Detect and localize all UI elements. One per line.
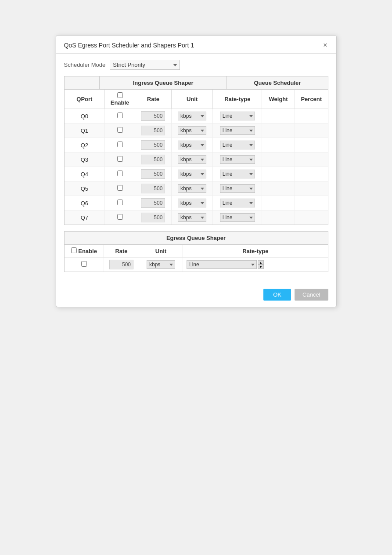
ingress-row: Q0 kbps Mbps Line Data (65, 109, 328, 123)
ratetype-select-5[interactable]: Line Data (220, 184, 255, 193)
weight-cell-5 (262, 181, 295, 196)
scheduler-mode-row: Scheduler Mode Strict Priority Weighted (64, 60, 328, 70)
egress-spinner-down[interactable]: ▼ (258, 265, 264, 269)
dialog-body: Scheduler Mode Strict Priority Weighted … (56, 54, 336, 284)
enable-all-checkbox[interactable] (117, 92, 123, 98)
col-qport: QPort (65, 90, 105, 109)
dialog-header: QoS Egress Port Scheduler and Shapers Po… (56, 36, 336, 54)
enable-checkbox-6[interactable] (117, 200, 123, 205)
ratetype-select-2[interactable]: Line Data (220, 141, 255, 149)
rate-input-0[interactable] (141, 111, 165, 121)
ingress-empty-header (65, 76, 100, 90)
unit-cell-6: kbps Mbps (171, 196, 213, 210)
ratetype-select-4[interactable]: Line Data (220, 170, 255, 178)
unit-select-2[interactable]: kbps Mbps (178, 141, 206, 149)
enable-cell-7 (105, 210, 135, 225)
egress-enable-checkbox[interactable] (81, 261, 87, 267)
rate-cell-6 (135, 196, 171, 210)
ratetype-select-3[interactable]: Line Data (220, 155, 255, 164)
ingress-row: Q3 kbps Mbps Line Data (65, 152, 328, 167)
enable-checkbox-0[interactable] (117, 112, 123, 118)
queue-scheduler-header: Queue Scheduler (227, 76, 328, 90)
unit-cell-5: kbps Mbps (171, 181, 213, 196)
qport-cell-0: Q0 (65, 109, 105, 123)
qport-cell-1: Q1 (65, 123, 105, 138)
unit-cell-0: kbps Mbps (171, 109, 213, 123)
ratetype-select-1[interactable]: Line Data (220, 126, 255, 135)
enable-cell-6 (105, 196, 135, 210)
ratetype-select-7[interactable]: Line Data (220, 213, 255, 222)
percent-cell-4 (295, 167, 328, 181)
ratetype-select-6[interactable]: Line Data (220, 199, 255, 207)
dialog-footer: OK Cancel (56, 284, 336, 307)
rate-input-1[interactable] (141, 126, 165, 135)
rate-cell-5 (135, 181, 171, 196)
rate-cell-7 (135, 210, 171, 225)
rate-cell-1 (135, 123, 171, 138)
enable-cell-3 (105, 152, 135, 167)
egress-section: Egress Queue Shaper Enable Rate Unit Rat… (64, 231, 328, 272)
rate-input-7[interactable] (141, 213, 165, 222)
unit-cell-3: kbps Mbps (171, 152, 213, 167)
rate-input-3[interactable] (141, 155, 165, 164)
ratetype-select-0[interactable]: Line Data (220, 112, 255, 120)
qport-cell-2: Q2 (65, 138, 105, 152)
col-weight: Weight (262, 90, 295, 109)
ingress-main-table: QPort Enable Rate Unit Rate-type Weight … (65, 90, 328, 225)
enable-cell-0 (105, 109, 135, 123)
enable-checkbox-7[interactable] (117, 214, 123, 220)
egress-rate-input[interactable] (109, 260, 133, 269)
qport-cell-3: Q3 (65, 152, 105, 167)
egress-spinner-up[interactable]: ▲ (258, 260, 264, 265)
enable-cell-5 (105, 181, 135, 196)
col-enable: Enable (105, 90, 135, 109)
rate-input-2[interactable] (141, 140, 165, 150)
percent-cell-2 (295, 138, 328, 152)
qport-cell-7: Q7 (65, 210, 105, 225)
egress-ratetype-select[interactable]: Line Data (187, 260, 257, 269)
qport-cell-4: Q4 (65, 167, 105, 181)
enable-checkbox-4[interactable] (117, 170, 123, 176)
egress-col-rate-type: Rate-type (183, 245, 328, 258)
col-rate-type: Rate-type (213, 90, 262, 109)
unit-select-0[interactable]: kbps Mbps (178, 112, 206, 120)
cancel-button[interactable]: Cancel (295, 289, 328, 301)
enable-cell-4 (105, 167, 135, 181)
rate-cell-3 (135, 152, 171, 167)
ratetype-cell-0: Line Data (213, 109, 262, 123)
col-percent: Percent (295, 90, 328, 109)
percent-cell-5 (295, 181, 328, 196)
egress-enable-header-checkbox[interactable] (71, 247, 77, 253)
egress-unit-cell: kbps Mbps (139, 258, 183, 272)
unit-cell-7: kbps Mbps (171, 210, 213, 225)
rate-input-4[interactable] (141, 169, 165, 179)
scheduler-mode-select[interactable]: Strict Priority Weighted (110, 60, 180, 70)
unit-select-5[interactable]: kbps Mbps (178, 184, 206, 193)
egress-unit-select[interactable]: kbps Mbps (147, 260, 175, 269)
percent-cell-7 (295, 210, 328, 225)
egress-col-rate: Rate (104, 245, 139, 258)
unit-select-4[interactable]: kbps Mbps (178, 170, 206, 178)
egress-spinner: ▲ ▼ (258, 260, 264, 269)
rate-input-6[interactable] (141, 198, 165, 208)
unit-select-3[interactable]: kbps Mbps (178, 155, 206, 164)
percent-cell-1 (295, 123, 328, 138)
ingress-row: Q2 kbps Mbps Line Data (65, 138, 328, 152)
rate-input-5[interactable] (141, 184, 165, 193)
ratetype-cell-7: Line Data (213, 210, 262, 225)
enable-checkbox-1[interactable] (117, 127, 123, 133)
col-unit: Unit (171, 90, 213, 109)
rate-cell-0 (135, 109, 171, 123)
unit-select-1[interactable]: kbps Mbps (178, 126, 206, 135)
enable-checkbox-3[interactable] (117, 156, 123, 162)
weight-cell-4 (262, 167, 295, 181)
ok-button[interactable]: OK (263, 289, 291, 301)
enable-checkbox-2[interactable] (117, 141, 123, 147)
close-button[interactable]: × (322, 42, 328, 49)
unit-select-6[interactable]: kbps Mbps (178, 199, 206, 207)
ingress-row: Q4 kbps Mbps Line Data (65, 167, 328, 181)
unit-select-7[interactable]: kbps Mbps (178, 213, 206, 222)
enable-checkbox-5[interactable] (117, 185, 123, 191)
ingress-row: Q1 kbps Mbps Line Data (65, 123, 328, 138)
enable-cell-1 (105, 123, 135, 138)
